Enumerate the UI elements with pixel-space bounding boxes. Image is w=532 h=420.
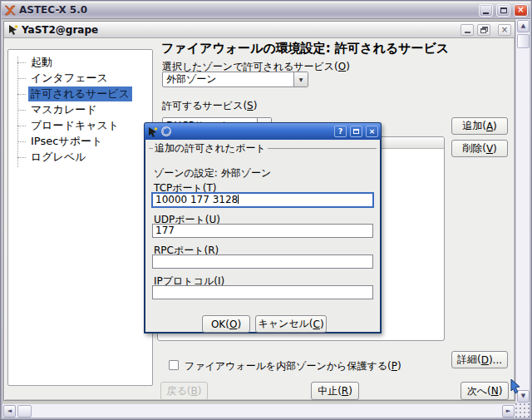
yast2-minimize-button[interactable] [461, 24, 474, 36]
scroll-left-icon: ◄ [7, 408, 12, 414]
scroll-left-button[interactable]: ◄ [3, 405, 16, 418]
sidebar-item-loglevel[interactable]: ログレベル [8, 150, 152, 166]
next-button[interactable]: 次へ(N) [461, 382, 509, 400]
minimize-icon [465, 32, 470, 33]
yast2-window-title: YaST2@grape [22, 24, 457, 36]
maximize-icon [353, 129, 359, 134]
maximize-button[interactable] [496, 4, 510, 17]
zone-info-text: ゾーンの設定: 外部ゾーン [154, 166, 271, 180]
ip-protocols-input[interactable] [152, 285, 373, 299]
yast2-restore-button[interactable] [477, 24, 490, 36]
ok-button[interactable]: OK(O) [202, 315, 250, 333]
help-icon: ? [338, 127, 342, 136]
ports-groupbox-header: 追加の許可されたポート [149, 142, 377, 155]
mouse-cursor-icon [510, 379, 521, 394]
horizontal-scrollbar-thumb[interactable] [17, 405, 32, 418]
udp-ports-input[interactable]: 177 [152, 224, 373, 238]
ports-groupbox-title: 追加の許可されたポート [155, 141, 266, 156]
dialog-titlebar[interactable]: ? × [145, 123, 381, 140]
horizontal-scrollbar[interactable]: ◄ ► [2, 403, 515, 418]
sidebar-item-masquerade[interactable]: マスカレード [8, 102, 152, 118]
astec-titlebar[interactable]: ASTEC-X 5.0 × [2, 2, 530, 19]
maximize-icon [500, 7, 507, 13]
rpc-ports-input[interactable] [152, 254, 373, 269]
details-button[interactable]: 詳細(D)... [451, 351, 508, 368]
astec-x-logo-icon [4, 5, 16, 16]
additional-ports-dialog: ? × 追加の許可されたポート ゾーンの設定: 外部ゾーン TCPポート(T) … [144, 122, 382, 334]
back-button[interactable]: 戻る(B) [160, 382, 208, 400]
vertical-scrollbar[interactable]: ▲ ▼ [515, 19, 530, 403]
vertical-scrollbar-thumb[interactable] [517, 34, 530, 48]
cancel-button[interactable]: キャンセル(C) [255, 315, 327, 333]
close-icon: × [369, 127, 376, 136]
text-caret [238, 195, 239, 204]
dialog-help-button[interactable]: ? [334, 126, 347, 137]
scroll-up-button[interactable]: ▲ [517, 20, 530, 32]
scroll-up-icon: ▲ [521, 23, 525, 29]
page-title: ファイアウォールの環境設定: 許可されるサービス [161, 41, 449, 57]
close-icon: × [517, 6, 524, 14]
sidebar-item-startup[interactable]: 起動 [8, 55, 152, 71]
chevron-down-icon[interactable]: ▼ [293, 72, 308, 86]
add-button[interactable]: 追加(A) [451, 117, 508, 135]
close-button[interactable]: × [514, 4, 528, 17]
dialog-maximize-button[interactable] [350, 126, 362, 137]
yast-swirl-icon [160, 126, 172, 137]
zone-combobox[interactable]: 外部ゾーン ▼ [162, 72, 308, 87]
yast2-app-icon [7, 24, 18, 35]
astec-window-title: ASTEC-X 5.0 [19, 4, 475, 16]
protect-internal-checkbox-label[interactable]: ファイアウォールを内部ゾーンから保護する(P) [185, 359, 401, 373]
sidebar-tree: 起動 インタフェース 許可されるサービス マスカレード ブロードキャスト IPs… [7, 49, 153, 386]
astec-x-window: ASTEC-X 5.0 × YaST2@grape × 起動 インタフェース 許… [0, 0, 532, 420]
protect-internal-checkbox[interactable] [169, 360, 179, 370]
yast2-close-button[interactable]: × [498, 24, 511, 36]
dialog-body: 追加の許可されたポート ゾーンの設定: 外部ゾーン TCPポート(T) 1000… [145, 141, 380, 332]
minimize-icon [483, 12, 489, 14]
sidebar-item-broadcast[interactable]: ブロードキャスト [8, 118, 152, 134]
abort-button[interactable]: 中止(R) [311, 382, 359, 400]
scroll-right-button[interactable]: ► [502, 405, 515, 418]
dialog-close-button[interactable]: × [366, 126, 378, 137]
tcp-ports-input[interactable]: 10000 177 3128 [151, 192, 374, 208]
sidebar-item-ipsec[interactable]: IPsecサポート [8, 134, 152, 150]
sidebar-item-allowed-services[interactable]: 許可されるサービス [8, 86, 152, 102]
astec-client-area: YaST2@grape × 起動 インタフェース 許可されるサービス マスカレー… [2, 19, 530, 418]
sidebar-item-interfaces[interactable]: インタフェース [8, 71, 152, 86]
scroll-down-icon: ▼ [521, 393, 525, 399]
cursor-tool-icon [147, 126, 158, 137]
services-combo-label: 許可するサービス(S) [162, 99, 257, 113]
zone-combobox-value: 外部ゾーン [166, 72, 217, 86]
restore-icon [480, 27, 488, 33]
delete-button[interactable]: 削除(V) [451, 140, 508, 157]
minimize-button[interactable] [479, 4, 493, 17]
resize-grip[interactable] [515, 403, 530, 418]
yast2-titlebar[interactable]: YaST2@grape × [4, 22, 515, 38]
scroll-right-icon: ► [506, 408, 510, 414]
close-icon: × [501, 26, 508, 34]
